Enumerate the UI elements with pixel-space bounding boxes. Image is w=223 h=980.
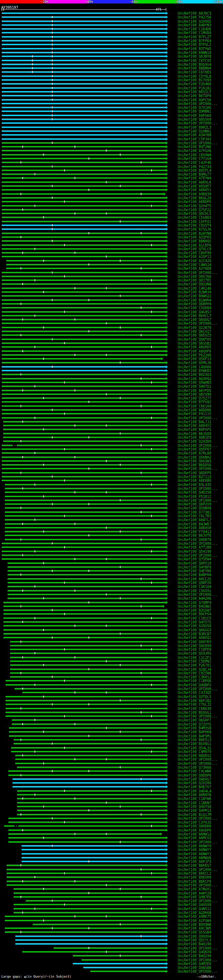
- hit-bar[interactable]: [5, 928, 166, 929]
- hit-bar[interactable]: [6, 700, 166, 701]
- hit-bar[interactable]: [2, 21, 166, 22]
- hit-label[interactable]: UniRef100_A8UHD5: [178, 345, 211, 349]
- hit-bar[interactable]: [6, 684, 166, 686]
- hit-label[interactable]: UniRef100_A0DD06: [178, 409, 211, 412]
- hit-bar[interactable]: [6, 869, 166, 870]
- hit-label[interactable]: UniRef100_UPI000...: [178, 758, 217, 761]
- hit-bar[interactable]: [2, 213, 166, 214]
- hit-bar[interactable]: [2, 177, 166, 179]
- hit-bar[interactable]: [3, 433, 166, 434]
- hit-bar[interactable]: [2, 44, 166, 45]
- hit-label[interactable]: UniRef100_B7FU92: [178, 401, 211, 404]
- hit-bar[interactable]: [6, 873, 166, 874]
- hit-label[interactable]: UniRef100_A6NWY7: [178, 848, 211, 852]
- hit-bar[interactable]: [8, 829, 166, 831]
- hit-label[interactable]: UniRef100_O05766: [178, 275, 211, 278]
- hit-bar[interactable]: [2, 299, 166, 301]
- hit-bar[interactable]: [2, 280, 166, 281]
- hit-label[interactable]: UniRef100_P42733: [178, 165, 211, 169]
- hit-label[interactable]: UniRef100_Q6CVZ7: [178, 330, 211, 333]
- hit-bar[interactable]: [8, 770, 166, 772]
- hit-label[interactable]: UniRef100_B1WHR4: [178, 299, 211, 302]
- hit-bar[interactable]: [90, 970, 166, 972]
- hit-label[interactable]: UniRef100_Q2X9Q5: [178, 20, 211, 23]
- hit-label[interactable]: UniRef100_Q293D0: [178, 440, 211, 443]
- hit-bar[interactable]: [2, 111, 166, 112]
- hit-label[interactable]: UniRef100_Q54L31: [178, 746, 211, 750]
- hit-label[interactable]: UniRef100_Q4G0S7: [178, 310, 211, 314]
- hit-label[interactable]: UniRef100_B8BBW4: [178, 67, 211, 70]
- hit-bar[interactable]: [14, 908, 166, 909]
- hit-label[interactable]: UniRef100_Q7X1H5: [178, 106, 211, 110]
- hit-label[interactable]: UniRef100_A6RDP5: [178, 200, 211, 204]
- hit-bar[interactable]: [6, 260, 166, 261]
- hit-label[interactable]: UniRef100_Q22B78: [178, 326, 211, 329]
- hit-label[interactable]: UniRef100_B6KES7: [178, 864, 211, 867]
- hit-label[interactable]: UniRef100_A4HYZ8: [178, 892, 211, 895]
- hit-bar[interactable]: [9, 735, 166, 737]
- hit-label[interactable]: UniRef100_B4M3S8: [178, 727, 211, 730]
- hit-bar[interactable]: [8, 833, 160, 835]
- hit-bar[interactable]: [14, 888, 166, 889]
- hit-label[interactable]: UniRef100_B4E7U7: [178, 785, 211, 789]
- hit-label[interactable]: UniRef100_B9SXG4: [178, 63, 211, 67]
- hit-bar[interactable]: [2, 283, 166, 285]
- hit-label[interactable]: UniRef100_C4Q666: [178, 365, 211, 369]
- hit-bar[interactable]: [5, 931, 166, 933]
- hit-label[interactable]: UniRef100_Q4QBP2: [178, 684, 211, 687]
- hit-label[interactable]: UniRef100_Q9DB79: [178, 538, 211, 542]
- hit-label[interactable]: UniRef100_A8Q9F6: [178, 350, 211, 353]
- hit-bar[interactable]: [14, 688, 166, 689]
- hit-bar[interactable]: [2, 209, 166, 210]
- hit-label[interactable]: UniRef100_C4R146: [178, 287, 211, 290]
- hit-bar[interactable]: [2, 244, 166, 246]
- hit-bar[interactable]: [2, 56, 166, 57]
- hit-bar[interactable]: [2, 327, 166, 328]
- hit-bar[interactable]: [2, 181, 166, 183]
- hit-label[interactable]: UniRef100_B9X9W0: [178, 923, 211, 926]
- hit-bar[interactable]: [2, 158, 166, 159]
- hit-bar[interactable]: [5, 492, 166, 493]
- hit-label[interactable]: UniRef100_UPI000...: [178, 899, 217, 903]
- hit-label[interactable]: UniRef100_Q4YBF0: [178, 566, 211, 569]
- hit-label[interactable]: UniRef100_C4WS14: [178, 263, 211, 267]
- hit-bar[interactable]: [2, 228, 166, 230]
- hit-label[interactable]: UniRef100_UPI000...: [178, 271, 217, 275]
- hit-label[interactable]: UniRef100_A2YAD8: [178, 267, 211, 270]
- hit-label[interactable]: UniRef100_UPI000...: [178, 322, 217, 325]
- hit-bar[interactable]: [2, 311, 166, 313]
- hit-label[interactable]: UniRef100_B2AYN8: [178, 232, 211, 235]
- hit-label[interactable]: UniRef100_C4JF46: [178, 161, 211, 164]
- hit-bar[interactable]: [8, 775, 166, 776]
- hit-label[interactable]: UniRef100_Q6ODG7: [178, 318, 211, 321]
- hit-bar[interactable]: [2, 201, 166, 202]
- hit-bar[interactable]: [8, 563, 166, 564]
- hit-bar[interactable]: [3, 606, 163, 607]
- hit-bar[interactable]: [2, 197, 166, 199]
- hit-bar[interactable]: [6, 708, 166, 709]
- hit-label[interactable]: UniRef100_A7T1B0: [178, 546, 211, 549]
- hit-bar[interactable]: [2, 272, 166, 273]
- hit-bar[interactable]: [2, 291, 166, 293]
- hit-label[interactable]: UniRef100_B6DD56: [178, 463, 211, 467]
- hit-bar[interactable]: [2, 189, 166, 191]
- hit-label[interactable]: UniRef100_Q5KNH2: [178, 456, 211, 459]
- hit-bar[interactable]: [14, 743, 166, 744]
- hit-label[interactable]: UniRef100_Q54190: [178, 550, 211, 554]
- hit-label[interactable]: UniRef100_Q6SSB1: [178, 342, 211, 345]
- hit-bar[interactable]: [2, 480, 166, 481]
- hit-label[interactable]: UniRef100_Q90YR3: [178, 640, 211, 644]
- hit-bar[interactable]: [2, 40, 166, 41]
- hit-label[interactable]: UniRef100_B6KCL2: [178, 872, 211, 875]
- hit-bar[interactable]: [2, 48, 166, 49]
- hit-label[interactable]: UniRef100_B4QI90: [178, 954, 211, 958]
- hit-bar[interactable]: [2, 193, 164, 195]
- hit-label[interactable]: UniRef100_B8N0Q5: [178, 240, 211, 243]
- hit-bar[interactable]: [17, 806, 166, 807]
- hit-bar[interactable]: [2, 103, 166, 104]
- hit-bar[interactable]: [2, 123, 166, 124]
- hit-bar[interactable]: [2, 154, 166, 155]
- hit-label[interactable]: UniRef100_Q0P518: [178, 562, 211, 565]
- hit-bar[interactable]: [2, 390, 166, 391]
- hit-label[interactable]: UniRef100_C6BG30: [178, 707, 211, 711]
